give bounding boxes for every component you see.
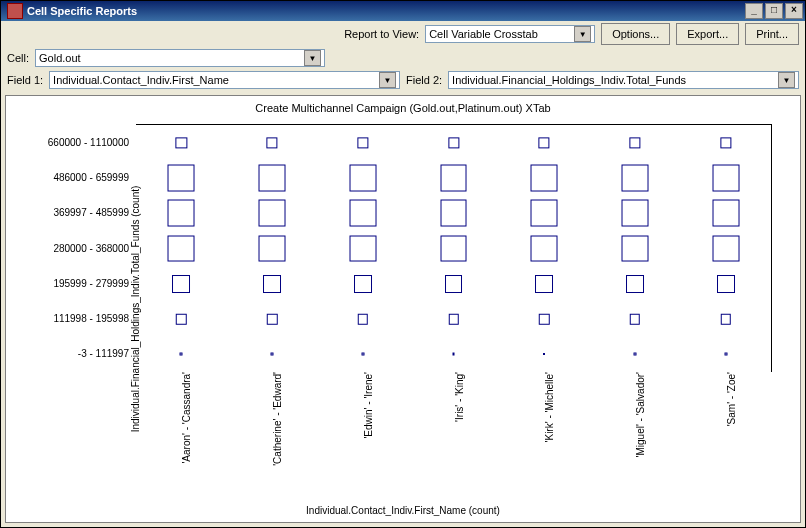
crosstab-cell — [349, 164, 376, 191]
x-axis-title: Individual.Contact_Indiv.First_Name (cou… — [6, 505, 800, 516]
crosstab-cell — [724, 353, 727, 356]
field2-value: Individual.Financial_Holdings_Indiv.Tota… — [452, 74, 776, 86]
crosstab-cell — [259, 164, 286, 191]
crosstab-cell — [531, 200, 558, 227]
crosstab-cell — [349, 235, 376, 262]
x-tick-label: 'Edwin' - 'Irene' — [363, 372, 374, 439]
crosstab-cell — [168, 200, 195, 227]
window-frame: Cell Specific Reports _ □ × Report to Vi… — [0, 0, 806, 528]
crosstab-cell — [168, 164, 195, 191]
report-to-view-select[interactable]: Cell Variable Crosstab ▼ — [425, 25, 595, 43]
options-button[interactable]: Options... — [601, 23, 670, 45]
crosstab-cell — [630, 314, 640, 324]
crosstab-cell — [176, 314, 186, 324]
x-tick-label: 'Aaron' - 'Cassandra' — [181, 372, 192, 464]
field-row: Field 1: Individual.Contact_Indiv.First_… — [1, 69, 805, 91]
crosstab-cell — [539, 314, 549, 324]
crosstab-cell — [621, 164, 648, 191]
field1-label: Field 1: — [7, 74, 43, 86]
crosstab-cell — [349, 200, 376, 227]
field2-label: Field 2: — [406, 74, 442, 86]
crosstab-cell — [621, 235, 648, 262]
crosstab-cell — [629, 137, 640, 148]
x-tick-label: 'Iris' - 'King' — [454, 372, 465, 422]
crosstab-cell — [448, 137, 459, 148]
crosstab-cell — [720, 137, 731, 148]
crosstab-cell — [720, 314, 730, 324]
crosstab-cell — [621, 200, 648, 227]
crosstab-cell — [440, 235, 467, 262]
y-tick-label: 486000 - 659999 — [53, 171, 129, 182]
cell-value: Gold.out — [39, 52, 302, 64]
toolbar: Report to View: Cell Variable Crosstab ▼… — [1, 21, 805, 47]
x-tick-label: 'Miguel' - 'Salvador' — [635, 372, 646, 457]
y-axis-labels: 660000 - 1110000486000 - 659999369997 - … — [71, 124, 131, 372]
crosstab-cell — [357, 137, 368, 148]
chevron-down-icon: ▼ — [379, 72, 396, 88]
window-title: Cell Specific Reports — [27, 5, 743, 17]
chevron-down-icon: ▼ — [574, 26, 591, 42]
export-button[interactable]: Export... — [676, 23, 739, 45]
y-tick-label: 195999 - 279999 — [53, 277, 129, 288]
crosstab-cell — [535, 275, 553, 293]
cell-row: Cell: Gold.out ▼ — [1, 47, 805, 69]
crosstab-cell — [440, 200, 467, 227]
y-tick-label: 369997 - 485999 — [53, 207, 129, 218]
x-tick-label: 'Catherine' - 'Edward' — [272, 372, 283, 466]
chart-area: Create Multichannel Campaign (Gold.out,P… — [5, 95, 801, 523]
crosstab-cell — [361, 353, 364, 356]
crosstab-cell — [448, 314, 458, 324]
crosstab-cell — [259, 200, 286, 227]
y-tick-label: 111998 - 195998 — [53, 313, 129, 324]
crosstab-cell — [354, 275, 372, 293]
close-button[interactable]: × — [785, 3, 803, 19]
crosstab-cell — [358, 314, 368, 324]
plot-area — [136, 124, 772, 372]
x-tick-label: 'Kirk' - 'Michelle' — [544, 372, 555, 442]
crosstab-cell — [531, 164, 558, 191]
report-to-view-label: Report to View: — [344, 28, 419, 40]
cell-select[interactable]: Gold.out ▼ — [35, 49, 325, 67]
crosstab-cell — [259, 235, 286, 262]
crosstab-cell — [717, 275, 735, 293]
crosstab-cell — [271, 353, 274, 356]
chevron-down-icon: ▼ — [304, 50, 321, 66]
crosstab-cell — [172, 275, 190, 293]
crosstab-cell — [531, 235, 558, 262]
x-axis-labels: 'Aaron' - 'Cassandra''Catherine' - 'Edwa… — [136, 372, 772, 482]
chart-title: Create Multichannel Campaign (Gold.out,P… — [6, 96, 800, 120]
crosstab-cell — [543, 353, 545, 355]
chevron-down-icon: ▼ — [778, 72, 795, 88]
maximize-button[interactable]: □ — [765, 3, 783, 19]
crosstab-cell — [176, 137, 187, 148]
crosstab-cell — [633, 353, 636, 356]
crosstab-cell — [267, 314, 277, 324]
app-icon — [7, 3, 23, 19]
print-button[interactable]: Print... — [745, 23, 799, 45]
field2-select[interactable]: Individual.Financial_Holdings_Indiv.Tota… — [448, 71, 799, 89]
x-tick-label: 'Sam' - 'Zoe' — [726, 372, 737, 426]
crosstab-cell — [266, 137, 277, 148]
y-tick-label: -3 - 111997 — [78, 348, 129, 359]
crosstab-cell — [180, 353, 183, 356]
crosstab-cell — [445, 275, 463, 293]
crosstab-cell — [539, 137, 550, 148]
crosstab-cell — [452, 353, 455, 356]
y-tick-label: 660000 - 1110000 — [48, 136, 129, 147]
crosstab-cell — [626, 275, 644, 293]
minimize-button[interactable]: _ — [745, 3, 763, 19]
cell-label: Cell: — [7, 52, 29, 64]
crosstab-cell — [712, 164, 739, 191]
crosstab-cell — [712, 200, 739, 227]
titlebar: Cell Specific Reports _ □ × — [1, 1, 805, 21]
field1-select[interactable]: Individual.Contact_Indiv.First_Name ▼ — [49, 71, 400, 89]
crosstab-cell — [440, 164, 467, 191]
crosstab-cell — [712, 235, 739, 262]
crosstab-cell — [168, 235, 195, 262]
field1-value: Individual.Contact_Indiv.First_Name — [53, 74, 377, 86]
crosstab-cell — [263, 275, 281, 293]
report-to-view-value: Cell Variable Crosstab — [429, 28, 572, 40]
y-tick-label: 280000 - 368000 — [53, 242, 129, 253]
